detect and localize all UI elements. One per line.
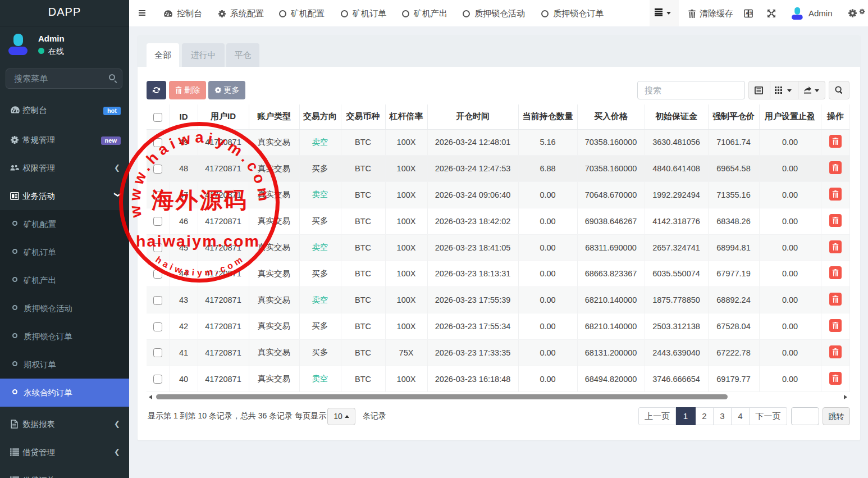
svg-text:海外源码: 海外源码 [151,188,248,213]
svg-text:haiwaiym.com: haiwaiym.com [136,232,260,250]
